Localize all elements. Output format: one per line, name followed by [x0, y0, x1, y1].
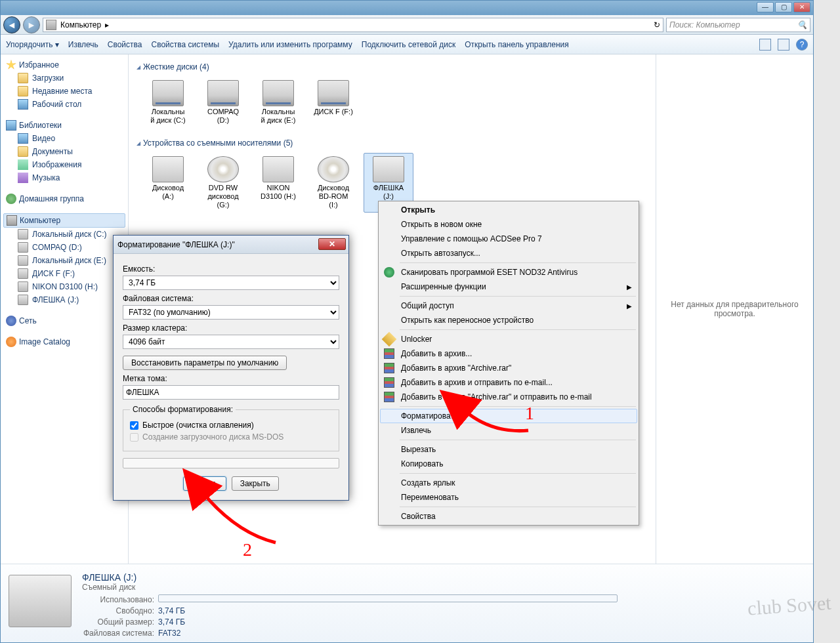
view-button[interactable] — [759, 39, 771, 51]
drive-item[interactable]: ДисководBD-ROM(I:) — [308, 153, 358, 213]
drive-item[interactable]: DVD RWдисковод(G:) — [198, 153, 248, 213]
search-icon: 🔍 — [797, 20, 807, 30]
control-panel-button[interactable]: Открыть панель управления — [465, 40, 569, 49]
menu-item[interactable]: Unlocker — [380, 332, 637, 346]
homegroup-header[interactable]: Домашняя группа — [3, 192, 125, 205]
documents-icon — [18, 146, 28, 157]
menu-item[interactable]: Добавить в архив "Archive.rar" — [380, 361, 637, 375]
menu-item-icon — [384, 377, 394, 388]
uninstall-button[interactable]: Удалить или изменить программу — [228, 40, 352, 49]
menu-item[interactable]: Свойства — [380, 509, 637, 524]
preview-pane-button[interactable] — [778, 39, 789, 51]
sidebar-item-desktop[interactable]: Рабочий стол — [3, 98, 125, 111]
organize-menu[interactable]: Упорядочить ▾ — [6, 40, 59, 49]
sidebar-drive-e[interactable]: Локальный диск (E:) — [3, 254, 125, 267]
removable-drive-icon — [152, 156, 184, 182]
sidebar-item-recent[interactable]: Недавние места — [3, 85, 125, 98]
menu-item-icon — [384, 363, 394, 373]
restore-defaults-button[interactable]: Восстановить параметры по умолчанию — [123, 356, 287, 370]
menu-item[interactable]: Переименовать — [380, 490, 637, 505]
close-dialog-button[interactable]: Закрыть — [232, 476, 279, 491]
drive-item[interactable]: Локальный диск (C:) — [143, 77, 193, 128]
drive-item[interactable]: NIKOND3100 (H:) — [253, 153, 303, 213]
minimize-button[interactable]: — — [757, 2, 774, 12]
sidebar-item-pictures[interactable]: Изображения — [3, 158, 125, 171]
cluster-label: Размер кластера: — [123, 323, 339, 333]
properties-button[interactable]: Свойства — [108, 40, 142, 49]
usage-bar — [158, 594, 618, 602]
sidebar-item-documents[interactable]: Документы — [3, 145, 125, 158]
section-removable[interactable]: Устройства со съемными носителями (5) — [136, 136, 648, 150]
computer-header[interactable]: Компьютер — [3, 213, 125, 228]
breadcrumb-arrow[interactable]: ▸ — [105, 20, 109, 30]
volume-label-input[interactable] — [123, 385, 339, 400]
menu-item[interactable]: Форматировать... — [380, 409, 637, 423]
breadcrumb[interactable]: Компьютер — [60, 20, 101, 30]
sidebar-drive-j[interactable]: ФЛЕШКА (J:) — [3, 293, 125, 306]
menu-item[interactable]: Вырезать — [380, 442, 637, 457]
preview-pane: Нет данных для предварительного просмотр… — [656, 54, 813, 564]
capacity-label: Емкость: — [123, 264, 339, 274]
menu-item[interactable]: Создать ярлык — [380, 476, 637, 490]
drive-item[interactable]: COMPAQ(D:) — [198, 77, 248, 128]
menu-item[interactable]: Добавить в архив "Archive.rar" и отправи… — [380, 390, 637, 404]
sidebar-drive-h[interactable]: NIKON D3100 (H:) — [3, 280, 125, 293]
section-hard-drives[interactable]: Жесткие диски (4) — [136, 60, 648, 74]
help-button[interactable]: ? — [796, 39, 808, 51]
cluster-select[interactable]: 4096 байт — [123, 335, 339, 349]
menu-item[interactable]: Общий доступ▶ — [380, 299, 637, 313]
menu-item[interactable]: Открыть автозапуск... — [380, 246, 637, 260]
removable-drive-icon — [262, 156, 294, 182]
system-properties-button[interactable]: Свойства системы — [151, 40, 219, 49]
refresh-button[interactable]: ↻ — [654, 20, 660, 30]
dialog-close-button[interactable]: ✕ — [318, 238, 346, 250]
sidebar-item-downloads[interactable]: Загрузки — [3, 72, 125, 85]
dialog-titlebar[interactable]: Форматирование "ФЛЕШКА (J:)" ✕ — [114, 236, 348, 254]
folder-icon — [18, 86, 28, 96]
start-button[interactable]: Начать — [183, 476, 226, 491]
menu-item[interactable]: Сканировать программой ESET NOD32 Antivi… — [380, 265, 637, 280]
map-drive-button[interactable]: Подключить сетевой диск — [362, 40, 455, 49]
capacity-select[interactable]: 3,74 ГБ — [123, 276, 339, 290]
details-subtitle: Съемный диск — [82, 583, 618, 592]
sidebar-item-videos[interactable]: Видео — [3, 132, 125, 145]
libraries-header[interactable]: Библиотеки — [3, 119, 125, 132]
computer-icon — [7, 215, 17, 226]
menu-item[interactable]: Открыть — [380, 203, 637, 217]
sidebar-drive-c[interactable]: Локальный диск (C:) — [3, 228, 125, 241]
sidebar-drive-f[interactable]: ДИСК F (F:) — [3, 267, 125, 280]
nav-bar: ◄ ► Компьютер ▸ ↻ Поиск: Компьютер 🔍 — [1, 15, 813, 35]
hard-drive-icon — [318, 80, 349, 106]
menu-item[interactable]: Управление с помощью ACDSee Pro 7 — [380, 232, 637, 246]
menu-item[interactable]: Добавить в архив и отправить по e-mail..… — [380, 375, 637, 390]
extract-button[interactable]: Извлечь — [68, 40, 98, 49]
menu-item[interactable]: Открыть в новом окне — [380, 217, 637, 232]
drive-item[interactable]: ДИСК F (F:) — [308, 77, 358, 128]
back-button[interactable]: ◄ — [3, 16, 20, 33]
filesystem-select[interactable]: FAT32 (по умолчанию) — [123, 305, 339, 320]
menu-item[interactable]: Копировать — [380, 457, 637, 471]
drive-item[interactable]: Дисковод(A:) — [143, 153, 193, 213]
details-pane: ФЛЕШКА (J:) Съемный диск Использовано:Св… — [1, 564, 813, 642]
star-icon — [6, 60, 16, 70]
menu-item[interactable]: Добавить в архив... — [380, 346, 637, 361]
forward-button[interactable]: ► — [23, 16, 40, 33]
quick-format-checkbox[interactable] — [130, 421, 138, 430]
menu-item[interactable]: Открыть как переносное устройство — [380, 313, 637, 327]
sidebar-drive-d[interactable]: COMPAQ (D:) — [3, 241, 125, 254]
homegroup-icon — [6, 194, 16, 204]
close-button[interactable]: ✕ — [793, 2, 810, 12]
menu-item[interactable]: Извлечь — [380, 423, 637, 438]
search-input[interactable]: Поиск: Компьютер 🔍 — [666, 18, 810, 32]
window-titlebar[interactable]: — ▢ ✕ — [1, 1, 813, 15]
sidebar-item-music[interactable]: Музыка — [3, 171, 125, 184]
drive-item[interactable]: Локальный диск (E:) — [253, 77, 303, 128]
menu-item[interactable]: Расширенные функции▶ — [380, 280, 637, 294]
address-bar[interactable]: Компьютер ▸ ↻ — [43, 18, 663, 32]
context-menu: ОткрытьОткрыть в новом окнеУправление с … — [378, 201, 639, 526]
image-catalog[interactable]: Image Catalog — [3, 335, 125, 348]
favorites-header[interactable]: Избранное — [3, 58, 125, 72]
network-header[interactable]: Сеть — [3, 314, 125, 327]
format-dialog: Форматирование "ФЛЕШКА (J:)" ✕ Емкость: … — [113, 235, 349, 501]
maximize-button[interactable]: ▢ — [775, 2, 792, 12]
